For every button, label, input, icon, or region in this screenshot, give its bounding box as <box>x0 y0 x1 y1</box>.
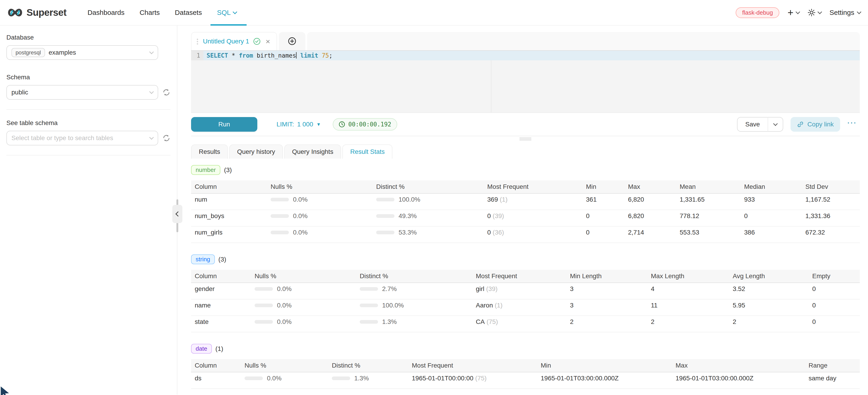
query-tab-untitled-query-1[interactable]: Untitled Query 1 × <box>191 32 277 50</box>
refresh-tables-icon[interactable] <box>162 134 170 142</box>
stats-section-number: number(3)ColumnNulls %Distinct %Most Fre… <box>191 165 860 243</box>
percent-label: 0.0% <box>277 318 291 326</box>
cell-stat-value: 2 <box>729 318 809 326</box>
save-options-button[interactable] <box>768 117 783 132</box>
refresh-schemas-icon[interactable] <box>162 88 170 96</box>
nav-item-charts[interactable]: Charts <box>140 0 160 25</box>
cell-stat-value: 6,820 <box>624 196 676 203</box>
nav-item-datasets[interactable]: Datasets <box>175 0 202 25</box>
percent-label: 0.0% <box>277 285 291 293</box>
cell-stat-value: 5.95 <box>729 302 809 309</box>
chevron-down-icon <box>857 9 861 14</box>
database-select[interactable]: postgresql examples <box>6 45 158 60</box>
save-button[interactable]: Save <box>737 117 768 132</box>
table-row: name0.0%100.0%Aaron(1)3115.950 <box>191 299 860 316</box>
nav-item-sql[interactable]: SQL <box>217 0 237 25</box>
most-frequent-value: Aaron <box>476 302 493 309</box>
cell-nulls-pct: 0.0% <box>251 318 356 326</box>
plus-icon: + <box>787 7 794 18</box>
clock-icon <box>339 121 345 127</box>
sql-lab-page: Superset DashboardsChartsDatasetsSQL fla… <box>0 0 868 395</box>
cell-distinct-pct: 53.3% <box>373 229 484 236</box>
cell-stat-value: 2,714 <box>624 229 676 236</box>
database-value: examples <box>49 49 76 56</box>
nav-item-label: SQL <box>217 9 230 17</box>
chevron-down-icon <box>233 9 238 14</box>
column-header: Range <box>805 362 860 369</box>
table-header-row: ColumnNulls %Distinct %Most FrequentMin … <box>191 270 860 283</box>
result-tab-results[interactable]: Results <box>191 145 228 159</box>
percent-bar <box>271 214 289 218</box>
table-row: num_boys0.0%49.3%0(39)06,820778.1201,331… <box>191 210 860 226</box>
percent-bar <box>360 320 378 324</box>
most-frequent-value: girl <box>476 285 484 292</box>
percent-label: 53.3% <box>399 229 416 236</box>
result-tab-result-stats[interactable]: Result Stats <box>342 145 393 159</box>
column-count: (3) <box>224 166 232 174</box>
cell-stat-value: 3 <box>566 285 647 293</box>
table-select-placeholder: Select table or type to search tables <box>11 134 113 142</box>
query-success-check-icon <box>253 38 260 45</box>
column-header: Avg Length <box>729 272 809 280</box>
column-header: Max <box>624 183 676 190</box>
type-tag-string: string <box>191 254 215 264</box>
environment-badge: flask-debug <box>736 7 779 18</box>
close-tab-icon[interactable]: × <box>266 37 270 45</box>
result-tab-query-insights[interactable]: Query Insights <box>284 145 341 159</box>
drag-handle-icon[interactable] <box>196 38 199 44</box>
theme-toggle[interactable] <box>808 9 822 17</box>
cell-stat-value: 4 <box>647 285 729 293</box>
percent-bar <box>255 320 273 324</box>
column-count: (1) <box>216 345 223 353</box>
sql-token: from <box>239 52 253 59</box>
sidebar-divider <box>6 155 170 155</box>
circle-plus-icon <box>288 37 296 45</box>
column-header: Nulls % <box>241 362 328 369</box>
percent-bar <box>332 376 350 380</box>
cell-stat-value: 553.53 <box>676 229 741 236</box>
table-schema-label: See table schema <box>6 119 170 127</box>
pane-resize-handle[interactable] <box>191 136 860 142</box>
cell-nulls-pct: 0.0% <box>267 196 373 203</box>
cell-distinct-pct: 2.7% <box>356 285 472 293</box>
nav-item-dashboards[interactable]: Dashboards <box>88 0 125 25</box>
save-split-button: Save <box>737 117 783 132</box>
superset-logo[interactable]: Superset <box>7 7 66 18</box>
table-select[interactable]: Select table or type to search tables <box>6 131 158 145</box>
cell-nulls-pct: 0.0% <box>251 285 356 293</box>
brand-name: Superset <box>27 7 66 18</box>
schema-select[interactable]: public <box>6 85 158 100</box>
limit-label: LIMIT: <box>277 121 294 128</box>
column-header: Min <box>582 183 624 190</box>
database-label: Database <box>6 34 170 41</box>
more-options-button[interactable]: ··· <box>845 119 860 130</box>
database-engine-tag: postgresql <box>11 48 45 57</box>
type-tag-date: date <box>191 344 212 354</box>
query-tab-bar: Untitled Query 1 × <box>191 32 860 50</box>
most-frequent-value: 1965-01-01T00:00:00 <box>412 375 473 382</box>
sql-token: ; <box>329 52 333 59</box>
limit-dropdown[interactable]: LIMIT: 1 000 ▼ <box>277 121 321 128</box>
query-tab-title: Untitled Query 1 <box>203 38 249 45</box>
settings-menu[interactable]: Settings <box>830 9 861 17</box>
new-menu[interactable]: + <box>787 7 800 18</box>
collapse-sidebar-button[interactable] <box>172 205 182 223</box>
run-query-button[interactable]: Run <box>191 117 257 132</box>
section-header: string(3) <box>191 254 860 264</box>
most-frequent-count: (75) <box>475 375 487 382</box>
add-query-tab-button[interactable] <box>279 32 305 50</box>
limit-value: 1 000 <box>297 121 313 128</box>
sql-code-editor[interactable]: 1 SELECT * from birth_names limit 75; <box>191 50 860 113</box>
most-frequent-count: (39) <box>493 212 504 219</box>
nav-item-label: Dashboards <box>88 9 125 17</box>
column-header: Distinct % <box>373 183 484 190</box>
result-tab-query-history[interactable]: Query history <box>229 145 283 159</box>
cell-column-name: gender <box>191 285 251 293</box>
type-tag-number: number <box>191 165 220 175</box>
cell-most-frequent: 369(1) <box>484 196 582 203</box>
sun-icon <box>808 9 815 17</box>
copy-link-button[interactable]: Copy link <box>790 117 840 132</box>
cell-column-name: num_girls <box>191 229 267 236</box>
chevron-down-icon <box>149 135 154 140</box>
table-header-row: ColumnNulls %Distinct %Most FrequentMinM… <box>191 180 860 193</box>
